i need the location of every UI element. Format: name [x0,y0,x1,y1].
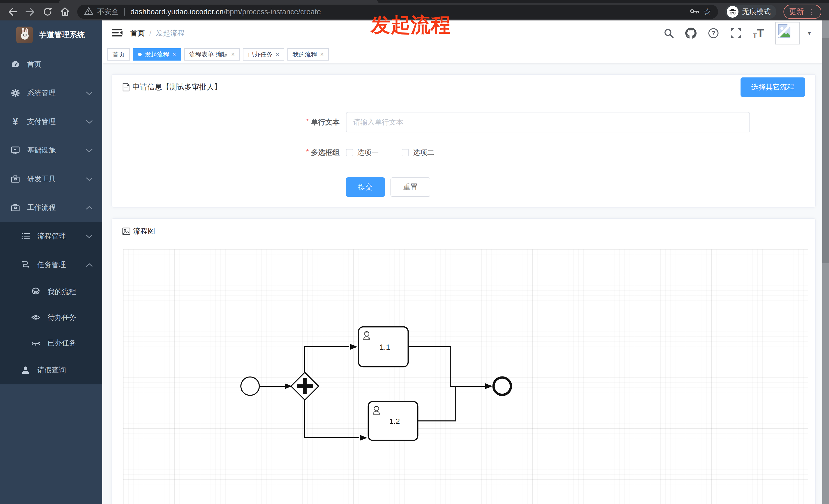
tab-label: 流程表单-编辑 [189,50,228,59]
close-icon[interactable]: × [320,51,324,58]
sidebar-item-done-tasks[interactable]: 已办任务 [0,330,102,356]
help-icon[interactable]: ? [708,28,719,39]
sidebar-item-leave-query[interactable]: 请假查询 [0,356,102,384]
chevron-up-icon [86,203,93,211]
chevron-down-icon [86,118,93,126]
tab-done-tasks[interactable]: 已办任务 × [243,48,284,61]
document-icon [122,83,130,91]
flow-edge [305,400,359,438]
bpmn-user-task-1-1[interactable]: 1.1 [359,327,408,367]
chevron-down-icon [86,89,93,97]
branch-icon [21,260,31,270]
task-label: 1.1 [380,343,390,351]
bookmark-star-icon[interactable]: ☆ [703,6,711,17]
bpmn-user-task-1-2[interactable]: 1.2 [368,401,418,440]
browser-menu-dots-icon[interactable]: ⋮ [808,7,816,16]
sidebar-item-label: 研发工具 [27,174,56,184]
sidebar-item-payment[interactable]: ¥ 支付管理 [0,107,102,136]
breadcrumb-home[interactable]: 首页 [131,28,145,38]
checkbox-icon[interactable] [346,149,353,156]
checkbox-field-label-wrap: *多选框组 [112,148,346,157]
sidebar-item-label: 支付管理 [27,117,56,126]
bpmn-end-event[interactable] [494,378,511,395]
checkbox-icon[interactable] [402,149,409,156]
tab-form-edit[interactable]: 流程表单-编辑 × [184,48,240,61]
active-dot-icon [138,53,142,56]
sidebar-item-label: 首页 [27,60,41,69]
sidebar-item-infra[interactable]: 基础设施 [0,136,102,165]
form-card-title: 申请信息【测试多审批人】 [133,82,221,92]
sidebar-item-devtools[interactable]: 研发工具 [0,165,102,193]
tab-start-process[interactable]: 发起流程 × [133,48,181,61]
address-divider [124,8,125,15]
scrollbar-thumb[interactable] [822,38,829,263]
password-key-icon[interactable] [689,6,699,17]
single-line-text-input[interactable] [346,112,750,132]
checkbox-option-1[interactable]: 选项一 [346,148,379,157]
sidebar-item-task-mgmt[interactable]: 任务管理 [0,250,102,279]
sidebar-menu: 首页 系统管理 ¥ 支付管理 基础设施 研发工具 [0,50,102,384]
page-scrollbar[interactable] [822,21,829,504]
arrowhead [360,435,367,440]
arrowhead [485,383,493,389]
sidebar-item-home[interactable]: 首页 [0,50,102,79]
search-icon[interactable] [663,28,674,39]
app-logo-row[interactable]: 芋道管理系统 [0,21,102,49]
flow-card-header: 流程图 [112,219,815,244]
font-size-icon[interactable]: TT [753,27,764,39]
close-icon[interactable]: × [231,51,235,58]
fullscreen-icon[interactable] [730,28,742,39]
reload-icon[interactable] [42,7,53,17]
github-icon[interactable] [685,28,696,39]
update-label[interactable]: 更新 [789,7,804,17]
required-star: * [306,117,309,127]
main-content: 申请信息【测试多审批人】 选择其它流程 *单行文本 *多选框组 选项一 选项二 [102,64,822,504]
sidebar-item-process-mgmt[interactable]: 流程管理 [0,222,102,250]
close-icon[interactable]: × [276,51,279,58]
reset-button[interactable]: 重置 [391,178,430,197]
flow-card-title: 流程图 [133,226,155,236]
chevron-down-icon [86,175,93,183]
sidebar-item-workflow[interactable]: 工作流程 [0,193,102,222]
bpmn-start-event[interactable] [241,377,259,395]
back-icon[interactable] [8,7,18,17]
sidebar-item-label: 请假查询 [37,365,66,375]
tab-label: 已办任务 [248,50,273,59]
bpmn-canvas[interactable]: 1.1 1.2 [123,249,808,504]
select-other-process-button[interactable]: 选择其它流程 [741,77,805,97]
task-label: 1.2 [389,417,400,425]
security-label[interactable]: 不安全 [97,7,119,16]
forward-icon[interactable] [25,7,35,17]
picture-icon [122,228,131,235]
tab-my-process[interactable]: 我的流程 × [287,48,329,61]
sidebar-collapse-icon[interactable] [109,25,126,41]
sidebar-item-label: 已办任务 [47,338,76,348]
checkbox-label: 选项一 [357,148,379,157]
arrowhead [350,344,358,350]
url-text[interactable]: dashboard.yudao.iocoder.cn/bpm/process-i… [131,8,321,16]
browser-active-tab[interactable] [59,0,379,3]
security-warning-icon[interactable] [84,7,94,17]
breadcrumb: 首页 / 发起流程 [131,28,185,38]
flow-edge [305,347,349,373]
browser-update-button[interactable]: 更新 ⋮ [784,5,821,19]
bpmn-parallel-gateway[interactable] [291,373,319,400]
avatar-caret-icon[interactable]: ▼ [806,30,812,37]
sidebar-item-todo-tasks[interactable]: 待办任务 [0,305,102,330]
user-icon [21,365,31,375]
avatar[interactable] [775,22,800,44]
tab-label: 首页 [112,50,125,59]
tab-home[interactable]: 首页 [107,48,130,61]
close-icon[interactable]: × [172,51,176,58]
home-icon[interactable] [60,7,70,17]
gear-icon [10,88,21,98]
breadcrumb-separator: / [149,29,151,37]
toolbox-icon [10,202,21,212]
checkbox-option-2[interactable]: 选项二 [402,148,434,157]
sidebar-item-my-process[interactable]: 我的流程 [0,279,102,305]
navbar-actions: ? TT ▼ [663,22,822,44]
sidebar-item-label: 待办任务 [47,313,76,322]
monitor-icon [10,145,21,155]
submit-button[interactable]: 提交 [346,178,385,197]
sidebar-item-system[interactable]: 系统管理 [0,79,102,107]
